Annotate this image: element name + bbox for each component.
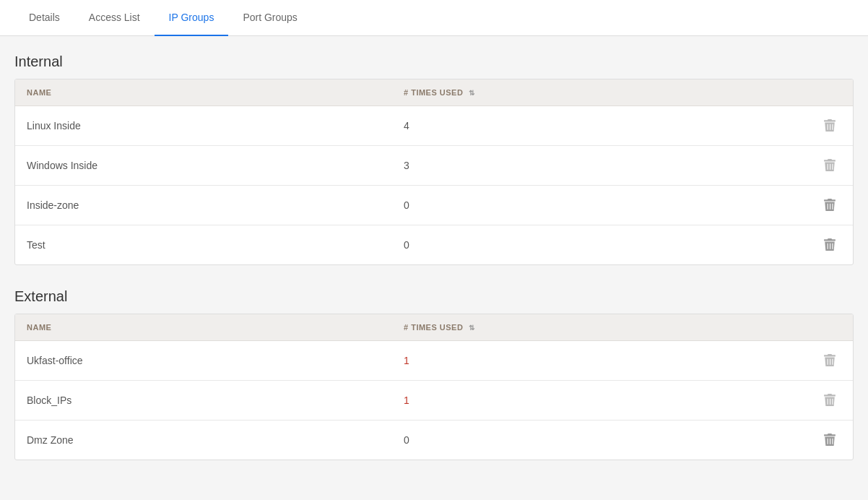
table-row: Dmz Zone 0: [15, 421, 853, 460]
external-row-2-times: 0: [392, 421, 769, 460]
internal-col-actions: [769, 79, 853, 106]
internal-section: Internal NAME # TIMES USED ⇅: [14, 53, 854, 265]
trash-icon: [824, 394, 836, 407]
trash-icon: [824, 119, 836, 132]
internal-table-header-row: NAME # TIMES USED ⇅: [15, 79, 853, 106]
internal-row-3-name: Test: [15, 225, 392, 265]
external-row-1-name: Block_IPs: [15, 381, 392, 421]
internal-row-0-times: 4: [392, 106, 769, 146]
trash-icon: [824, 354, 836, 367]
external-table: NAME # TIMES USED ⇅ Ukfast-office: [15, 314, 853, 460]
external-col-times-used[interactable]: # TIMES USED ⇅: [392, 314, 769, 341]
trash-icon: [824, 238, 836, 251]
delete-button[interactable]: [818, 236, 841, 254]
delete-button[interactable]: [818, 156, 841, 175]
external-section: External NAME # TIMES USED ⇅: [14, 288, 854, 460]
delete-button[interactable]: [818, 116, 841, 135]
internal-row-0-action: [769, 106, 853, 146]
internal-row-3-times: 0: [392, 225, 769, 265]
sort-icon: ⇅: [469, 89, 475, 97]
page-container: Details Access List IP Groups Port Group…: [0, 0, 868, 500]
trash-icon: [824, 434, 836, 447]
external-row-1-action: [769, 381, 853, 421]
external-row-2-name: Dmz Zone: [15, 421, 392, 460]
external-row-0-action: [769, 341, 853, 381]
sort-icon: ⇅: [469, 324, 475, 332]
tab-ip-groups[interactable]: IP Groups: [155, 0, 229, 36]
external-section-title: External: [14, 288, 854, 305]
external-row-2-action: [769, 421, 853, 460]
internal-row-1-times: 3: [392, 146, 769, 186]
table-row: Test 0: [15, 225, 853, 265]
internal-row-1-action: [769, 146, 853, 186]
external-table-header-row: NAME # TIMES USED ⇅: [15, 314, 853, 341]
internal-table: NAME # TIMES USED ⇅ Linux Inside: [15, 79, 853, 264]
delete-button[interactable]: [818, 351, 841, 370]
table-row: Inside-zone 0: [15, 186, 853, 225]
trash-icon: [824, 159, 836, 172]
trash-icon: [824, 199, 836, 212]
internal-row-2-name: Inside-zone: [15, 186, 392, 225]
table-row: Windows Inside 3: [15, 146, 853, 186]
main-content: Internal NAME # TIMES USED ⇅: [0, 36, 868, 500]
table-row: Ukfast-office 1: [15, 341, 853, 381]
internal-row-2-times: 0: [392, 186, 769, 225]
internal-row-0-name: Linux Inside: [15, 106, 392, 146]
internal-table-container: NAME # TIMES USED ⇅ Linux Inside: [14, 79, 854, 265]
tab-port-groups[interactable]: Port Groups: [228, 0, 311, 36]
external-table-container: NAME # TIMES USED ⇅ Ukfast-office: [14, 314, 854, 460]
external-row-1-times: 1: [392, 381, 769, 421]
tabs-nav: Details Access List IP Groups Port Group…: [0, 0, 868, 36]
tab-access-list[interactable]: Access List: [74, 0, 155, 36]
internal-section-title: Internal: [14, 53, 854, 70]
tab-details[interactable]: Details: [14, 0, 74, 36]
delete-button[interactable]: [818, 196, 841, 215]
internal-col-times-used[interactable]: # TIMES USED ⇅: [392, 79, 769, 106]
internal-row-3-action: [769, 225, 853, 265]
external-col-actions: [769, 314, 853, 341]
external-row-0-times: 1: [392, 341, 769, 381]
table-row: Block_IPs 1: [15, 381, 853, 421]
external-col-name[interactable]: NAME: [15, 314, 392, 341]
table-row: Linux Inside 4: [15, 106, 853, 146]
internal-col-name[interactable]: NAME: [15, 79, 392, 106]
internal-row-2-action: [769, 186, 853, 225]
internal-row-1-name: Windows Inside: [15, 146, 392, 186]
delete-button[interactable]: [818, 391, 841, 410]
external-row-0-name: Ukfast-office: [15, 341, 392, 381]
delete-button[interactable]: [818, 431, 841, 449]
